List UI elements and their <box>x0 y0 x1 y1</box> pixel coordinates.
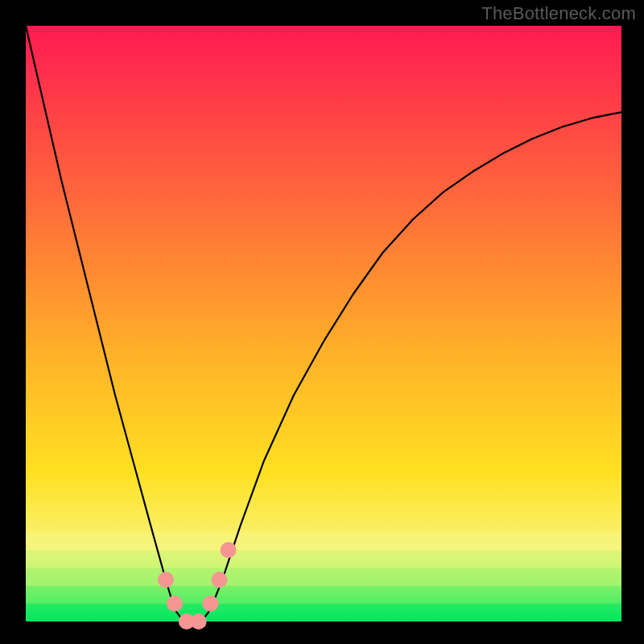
svg-rect-3 <box>26 568 621 585</box>
svg-rect-1 <box>26 604 621 621</box>
chart-frame: TheBottleneck.com <box>0 0 644 644</box>
data-marker-3 <box>191 613 207 630</box>
attribution-label: TheBottleneck.com <box>481 3 636 24</box>
data-marker-0 <box>158 572 174 588</box>
svg-rect-4 <box>26 550 621 568</box>
svg-rect-5 <box>26 532 621 550</box>
data-marker-4 <box>202 596 218 612</box>
bottleneck-chart <box>0 0 644 644</box>
data-marker-5 <box>212 572 228 588</box>
data-marker-1 <box>167 596 183 612</box>
svg-rect-2 <box>26 586 621 604</box>
data-marker-6 <box>221 542 237 558</box>
